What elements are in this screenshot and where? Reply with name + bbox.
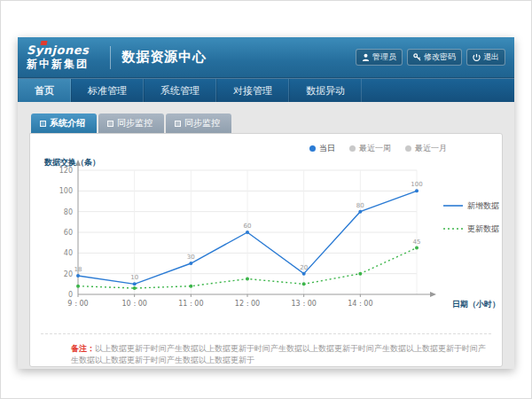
svg-text:10: 10: [130, 274, 138, 281]
tab-system-intro[interactable]: 系统介绍: [31, 113, 97, 133]
footnote-text: 以上数据更新于时间产生数据以上数据更新于时间产生数据以上数据更新于时间产生数据以…: [71, 344, 486, 364]
tab-sync-monitor-2-label: 同步监控: [184, 117, 220, 129]
content-area: 系统介绍 同步监控 同步监控 当日 最近一周: [18, 102, 514, 367]
svg-text:30: 30: [187, 254, 195, 261]
svg-text:12：00: 12：00: [235, 300, 260, 308]
tab-square-icon: [175, 121, 181, 127]
svg-text:60: 60: [64, 229, 73, 237]
legend-filter-today-label: 当日: [319, 143, 335, 154]
svg-text:9：00: 9：00: [67, 300, 88, 308]
tab-sync-monitor-1[interactable]: 同步监控: [98, 113, 164, 133]
logout-button[interactable]: 退出: [466, 49, 505, 66]
legend-dot-week: [349, 145, 356, 152]
svg-text:60: 60: [244, 223, 252, 230]
svg-text:日期（小时）: 日期（小时）: [452, 300, 500, 309]
svg-text:13：00: 13：00: [291, 300, 316, 308]
user-icon: [362, 53, 370, 61]
logout-icon: [473, 53, 481, 61]
header-user-actions: 管理员 修改密码 退出: [356, 49, 505, 66]
tab-bar: 系统介绍 同步监控 同步监控: [31, 113, 503, 133]
tab-system-intro-label: 系统介绍: [50, 117, 85, 129]
svg-text:45: 45: [413, 239, 421, 246]
legend-filter-week[interactable]: 最近一周: [349, 143, 391, 154]
tab-square-icon: [40, 121, 46, 127]
svg-text:新增数据: 新增数据: [467, 201, 499, 210]
svg-text:20: 20: [64, 270, 73, 278]
logout-label: 退出: [483, 51, 499, 63]
svg-text:100: 100: [59, 187, 73, 195]
tab-sync-monitor-2[interactable]: 同步监控: [166, 113, 231, 133]
svg-text:14：00: 14：00: [348, 300, 372, 308]
chart-filter-legend: 当日 最近一周 最近一月: [41, 141, 491, 154]
svg-text:18: 18: [74, 266, 82, 273]
svg-text:更新数据: 更新数据: [467, 224, 499, 233]
nav-item-system-mgmt[interactable]: 系统管理: [144, 79, 216, 102]
svg-text:0: 0: [68, 291, 73, 299]
tab-sync-monitor-1-label: 同步监控: [117, 117, 153, 129]
svg-text:数据交换（条）: 数据交换（条）: [43, 158, 100, 167]
footnote: 备注：以上数据更新于时间产生数据以上数据更新于时间产生数据以上数据更新于时间产生…: [41, 333, 491, 365]
chart-panel: 当日 最近一周 最近一月 0204060801001209：0010：0011：…: [29, 133, 503, 367]
svg-text:10：00: 10：00: [121, 300, 146, 308]
footnote-label: 备注：: [71, 344, 95, 353]
svg-text:40: 40: [64, 249, 73, 257]
legend-filter-month[interactable]: 最近一月: [405, 143, 447, 154]
legend-filter-month-label: 最近一月: [415, 143, 447, 154]
company-logo[interactable]: Synjones 新中新集团: [27, 44, 99, 69]
legend-dot-today: [309, 145, 316, 152]
logo-text-en: Synjones: [27, 44, 89, 57]
svg-text:100: 100: [411, 181, 422, 188]
change-password-button[interactable]: 修改密码: [407, 49, 462, 66]
logo-red-flag-icon: [40, 41, 47, 45]
svg-text:20: 20: [300, 264, 308, 271]
line-chart: 0204060801001209：0010：0011：0012：0013：001…: [41, 156, 491, 330]
change-password-label: 修改密码: [424, 51, 456, 63]
svg-text:11：00: 11：00: [178, 300, 203, 308]
admin-user-label: 管理员: [372, 51, 396, 63]
legend-filter-week-label: 最近一周: [359, 143, 391, 154]
main-nav: 首页 标准管理 系统管理 对接管理 数据异动: [18, 78, 514, 102]
svg-text:120: 120: [59, 167, 73, 175]
nav-item-standard-mgmt[interactable]: 标准管理: [71, 79, 144, 102]
admin-user-button[interactable]: 管理员: [356, 49, 403, 66]
legend-dot-month: [405, 145, 411, 152]
app-header: Synjones 新中新集团 数据资源中心 管理员 修改密码: [18, 37, 514, 78]
page-title: 数据资源中心: [121, 49, 207, 66]
nav-item-data-change[interactable]: 数据异动: [289, 79, 362, 102]
nav-item-home[interactable]: 首页: [18, 79, 71, 102]
logo-text-cn: 新中新集团: [27, 59, 89, 70]
svg-text:80: 80: [64, 208, 73, 216]
header-divider: [110, 46, 111, 69]
nav-item-connect-mgmt[interactable]: 对接管理: [216, 79, 289, 102]
app-window: Synjones 新中新集团 数据资源中心 管理员 修改密码: [18, 37, 514, 369]
tab-square-icon: [107, 121, 113, 127]
legend-filter-today[interactable]: 当日: [309, 143, 335, 154]
key-icon: [413, 53, 421, 61]
svg-text:80: 80: [356, 202, 364, 209]
